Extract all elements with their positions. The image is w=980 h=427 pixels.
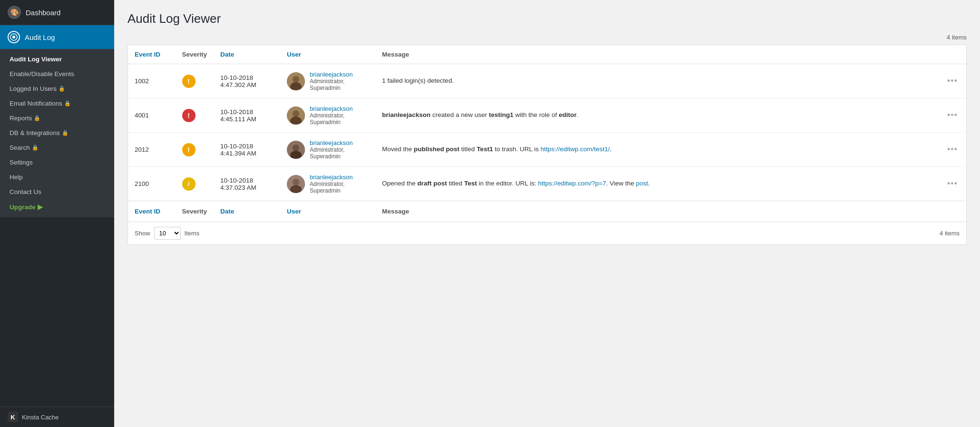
event-id-cell: 2012 [128, 133, 176, 167]
svg-point-9 [293, 145, 299, 151]
enable-disable-events-label: Enable/Disable Events [10, 70, 74, 78]
actions-cell: ••• [939, 133, 967, 167]
msg-new-user: testing1 [489, 111, 513, 118]
user-cell: brianleejackson Administrator,Superadmin [280, 167, 375, 201]
severity-cell: ! [176, 98, 214, 133]
table-row: 2012 ! 10-10-20184:41.394 AM [128, 133, 967, 167]
severity-badge-yellow: i [182, 177, 196, 191]
lock-icon-5: 🔒 [32, 145, 39, 151]
msg-url-link[interactable]: https://editwp.com/?p=7 [538, 180, 606, 187]
show-label: Show [135, 230, 150, 237]
show-section: Show 10 25 50 100 Items [135, 227, 199, 240]
msg-username: brianleejackson [382, 111, 431, 118]
col-user[interactable]: User [280, 45, 375, 64]
email-notifications-label: Email Notifications [10, 100, 62, 107]
upgrade-label: Upgrade ▶ [10, 203, 43, 211]
sidebar-item-contact-us[interactable]: Contact Us [0, 184, 114, 199]
pagination-bar: Show 10 25 50 100 Items 4 items [127, 222, 967, 245]
avatar [287, 107, 305, 125]
more-options-button[interactable]: ••• [945, 143, 960, 157]
msg-post-type: draft post [417, 180, 447, 187]
user-role: Administrator,Superadmin [310, 181, 353, 194]
help-label: Help [10, 174, 23, 181]
severity-badge-orange: ! [182, 75, 196, 88]
table-header-row: Event ID Severity Date User Message [128, 45, 967, 64]
table-row: 4001 ! 10-10-20184:45.111 AM [128, 98, 967, 133]
more-options-button[interactable]: ••• [945, 74, 960, 88]
date-cell: 10-10-20184:37.023 AM [214, 167, 280, 201]
avatar [287, 175, 305, 193]
sidebar-kinsta-cache: K Kinsta Cache [0, 407, 114, 427]
user-role: Administrator,Superadmin [310, 112, 353, 126]
col-actions [939, 45, 967, 64]
msg-url-link[interactable]: https://editwp.com/test1/ [540, 146, 610, 153]
col-severity: Severity [176, 45, 214, 64]
severity-cell: i [176, 167, 214, 201]
actions-cell: ••• [939, 98, 967, 133]
more-options-button[interactable]: ••• [945, 177, 960, 191]
svg-point-1 [12, 36, 15, 39]
msg-post-status: published post [414, 146, 460, 153]
audit-table: Event ID Severity Date User Message 1002… [127, 45, 967, 222]
sidebar-item-audit-log[interactable]: Audit Log [0, 25, 114, 49]
event-id-cell: 1002 [128, 64, 176, 98]
db-integrations-label: DB & Integrations [10, 129, 60, 136]
sidebar-item-db-integrations[interactable]: DB & Integrations 🔒 [0, 126, 114, 140]
footer-col-severity: Severity [176, 201, 214, 222]
footer-col-date[interactable]: Date [214, 201, 280, 222]
sidebar-item-enable-disable-events[interactable]: Enable/Disable Events [0, 67, 114, 81]
sidebar-item-upgrade[interactable]: Upgrade ▶ [0, 199, 114, 214]
user-cell: brianleejackson Administrator,Superadmin [280, 133, 375, 167]
sidebar-item-help[interactable]: Help [0, 170, 114, 184]
dashboard-label: Dashboard [26, 9, 60, 17]
severity-cell: ! [176, 64, 214, 98]
sidebar-item-logged-in-users[interactable]: Logged In Users 🔒 [0, 81, 114, 96]
page-title: Audit Log Viewer [127, 11, 967, 26]
user-cell: brianleejackson Administrator,Superadmin [280, 64, 375, 98]
event-id-cell: 2100 [128, 167, 176, 201]
message-cell: Moved the published post titled Test1 to… [375, 133, 939, 167]
user-cell: brianleejackson Administrator,Superadmin [280, 98, 375, 133]
message-cell: 1 failed login(s) detected. [375, 64, 939, 98]
sidebar-item-email-notifications[interactable]: Email Notifications 🔒 [0, 96, 114, 111]
search-label: Search [10, 144, 30, 151]
footer-col-actions [939, 201, 967, 222]
items-per-page-select[interactable]: 10 25 50 100 [154, 227, 181, 240]
footer-col-event-id[interactable]: Event ID [128, 201, 176, 222]
message-cell: brianleejackson created a new user testi… [375, 98, 939, 133]
col-event-id[interactable]: Event ID [128, 45, 176, 64]
date-cell: 10-10-20184:47.302 AM [214, 64, 280, 98]
svg-point-6 [293, 110, 299, 117]
logged-in-users-label: Logged In Users [10, 85, 57, 92]
svg-point-3 [293, 76, 299, 83]
items-count-top: 4 items [127, 34, 967, 41]
event-id-cell: 4001 [128, 98, 176, 133]
sidebar-item-dashboard[interactable]: 🎨 Dashboard [0, 0, 114, 25]
sidebar-item-settings[interactable]: Settings [0, 155, 114, 170]
severity-badge-red: ! [182, 109, 196, 122]
footer-col-user[interactable]: User [280, 201, 375, 222]
user-name[interactable]: brianleejackson [310, 71, 353, 78]
items-count-bottom: 4 items [940, 230, 960, 237]
user-name[interactable]: brianleejackson [310, 139, 353, 146]
col-date[interactable]: Date [214, 45, 280, 64]
kinsta-cache-label: Kinsta Cache [22, 414, 59, 421]
actions-cell: ••• [939, 64, 967, 98]
sidebar-item-search[interactable]: Search 🔒 [0, 140, 114, 155]
svg-point-12 [293, 179, 299, 185]
col-message: Message [375, 45, 939, 64]
user-name[interactable]: brianleejackson [310, 105, 353, 112]
sidebar-item-reports[interactable]: Reports 🔒 [0, 111, 114, 126]
user-role: Administrator,Superadmin [310, 78, 353, 91]
user-role: Administrator,Superadmin [310, 146, 353, 160]
lock-icon-2: 🔒 [64, 100, 71, 107]
settings-label: Settings [10, 159, 33, 166]
severity-cell: ! [176, 133, 214, 167]
severity-badge-orange: ! [182, 143, 196, 156]
more-options-button[interactable]: ••• [945, 108, 960, 123]
msg-post-link[interactable]: post [636, 180, 648, 187]
sidebar-item-audit-log-viewer[interactable]: Audit Log Viewer [0, 52, 114, 67]
table-footer-header-row: Event ID Severity Date User Message [128, 201, 967, 222]
user-name[interactable]: brianleejackson [310, 174, 353, 181]
audit-log-label: Audit Log [25, 33, 55, 41]
